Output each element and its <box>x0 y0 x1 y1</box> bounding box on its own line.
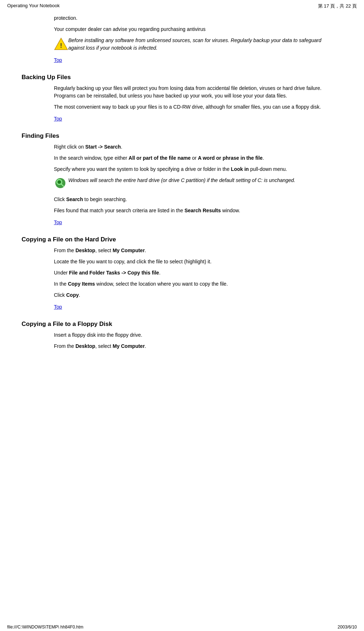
copy-hd-step-1: From the Desktop, select My Computer. <box>54 247 328 254</box>
header-right: 第 17 頁，共 22 頁 <box>318 3 357 9</box>
search-notice-text: Windows will search the entire hard driv… <box>68 177 295 184</box>
top-link-backing-up[interactable]: Top <box>54 116 62 122</box>
backing-up-para-1: Regularly backing up your files will pro… <box>54 85 328 100</box>
svg-point-5 <box>58 181 61 183</box>
finding-files-step-1: Right click on Start -> Search. <box>54 143 328 151</box>
finding-files-step-2: In the search window, type either All or… <box>54 154 328 162</box>
copy-hd-step-4: In the Copy Items window, select the loc… <box>54 280 328 288</box>
finding-files-content: Right click on Start -> Search. In the s… <box>22 143 342 230</box>
heading-copying-hard-drive: Copying a File on the Hard Drive <box>22 236 342 243</box>
heading-copying-floppy: Copying a File to a Floppy Disk <box>22 321 342 328</box>
top-link-intro[interactable]: Top <box>54 57 62 63</box>
page-header: Operating Your Notebook 第 17 頁，共 22 頁 <box>0 0 364 11</box>
section-copying-floppy: Copying a File to a Floppy Disk Insert a… <box>22 321 342 350</box>
finding-files-step-4: Click Search to begin searching. <box>54 196 328 203</box>
copy-hd-step-2: Locate the file you want to copy, and cl… <box>54 258 328 265</box>
section-finding-files: Finding Files Right click on Start -> Se… <box>22 132 342 230</box>
warning-notice-box: ! Before installing any software from un… <box>54 37 328 52</box>
main-content: protection. Your computer dealer can adv… <box>0 11 364 368</box>
copy-floppy-step-1: Insert a floppy disk into the floppy dri… <box>54 331 328 339</box>
backing-up-content: Regularly backing up your files will pro… <box>22 85 342 126</box>
heading-finding-files: Finding Files <box>22 132 342 140</box>
page-footer: file:///C:\WINDOWS\TEMP\ hh84F0.htm 2003… <box>0 623 364 631</box>
copy-hd-step-3: Under File and Folder Tasks -> Copy this… <box>54 269 328 277</box>
header-left: Operating Your Notebook <box>7 3 60 9</box>
finding-files-step-3: Specify where you want the system to loo… <box>54 165 328 173</box>
finding-files-step-5: Files found that match your search crite… <box>54 207 328 214</box>
intro-protection: protection. <box>54 14 328 22</box>
backing-up-para-2: The most convenient way to back up your … <box>54 103 328 111</box>
copy-hd-step-5: Click Copy. <box>54 291 328 299</box>
top-link-copying-hard-drive[interactable]: Top <box>54 304 62 310</box>
copy-floppy-step-2: From the Desktop, select My Computer. <box>54 342 328 350</box>
footer-right: 2003/6/10 <box>338 625 357 630</box>
intro-dealer: Your computer dealer can advise you rega… <box>54 26 328 33</box>
copying-hard-drive-content: From the Desktop, select My Computer. Lo… <box>22 247 342 314</box>
svg-text:!: ! <box>60 42 62 49</box>
section-backing-up-files: Backing Up Files Regularly backing up yo… <box>22 74 342 126</box>
warning-icon: ! <box>54 37 68 52</box>
section-copying-hard-drive: Copying a File on the Hard Drive From th… <box>22 236 342 314</box>
warning-text: Before installing any software from unli… <box>68 37 328 52</box>
top-link-finding-files[interactable]: Top <box>54 219 62 225</box>
heading-backing-up-files: Backing Up Files <box>22 74 342 81</box>
copying-floppy-content: Insert a floppy disk into the floppy dri… <box>22 331 342 350</box>
search-notice-box: Windows will search the entire hard driv… <box>54 177 328 192</box>
search-icon <box>54 177 68 192</box>
intro-section: protection. Your computer dealer can adv… <box>22 14 342 67</box>
footer-left: file:///C:\WINDOWS\TEMP\ hh84F0.htm <box>7 625 83 630</box>
